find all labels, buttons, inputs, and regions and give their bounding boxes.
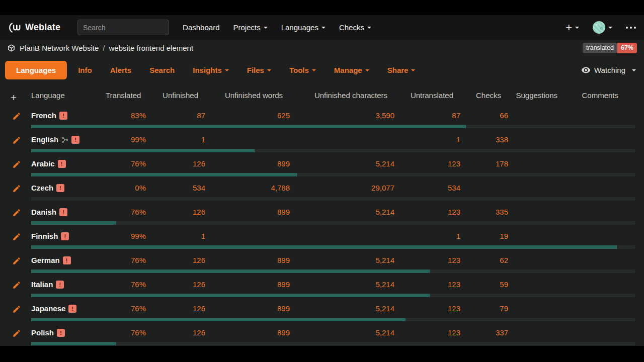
tab-info[interactable]: Info	[78, 66, 92, 74]
cell-unfinished-words: 899	[205, 303, 290, 314]
edit-pencil-icon[interactable]	[12, 184, 21, 195]
tab-bar: LanguagesInfoAlertsSearchInsightsFilesTo…	[0, 56, 644, 79]
progress-bar	[31, 294, 635, 297]
eye-icon	[581, 65, 591, 75]
cell-unfinished-words: 625	[205, 110, 290, 121]
table-row[interactable]: Italian!76%1268995,21412359	[0, 275, 644, 299]
cell-unfinished: 87	[146, 110, 205, 121]
table-row[interactable]: Czech!0%5344,78829,077534	[0, 178, 644, 203]
language-link[interactable]: Danish	[31, 207, 56, 218]
table-row[interactable]: Polish!76%1268995,214123337	[0, 323, 644, 346]
language-cell: German!	[31, 255, 106, 266]
translated-badge: translated67%	[583, 43, 637, 53]
cell-unfinished-words: 899	[205, 327, 290, 338]
column-header-suggestions: Suggestions	[508, 91, 565, 100]
nav-dashboard[interactable]: Dashboard	[183, 23, 219, 32]
cell-checks: 19	[460, 231, 508, 242]
language-link[interactable]: Polish	[31, 327, 54, 338]
table-row[interactable]: Danish!76%1268995,214123335	[0, 203, 644, 227]
cell-unfinished: 126	[146, 303, 205, 314]
language-link[interactable]: German	[31, 255, 60, 266]
nav-checks[interactable]: Checks	[339, 23, 371, 32]
chevron-down-icon	[608, 27, 612, 29]
language-link[interactable]: Finnish	[31, 231, 58, 242]
alert-badge[interactable]: !	[68, 305, 76, 313]
cell-unfinished: 126	[146, 327, 205, 338]
cell-unfinished-characters	[290, 134, 394, 145]
alert-badge[interactable]: !	[58, 160, 66, 168]
user-menu-button[interactable]	[593, 21, 612, 34]
cell-comments	[565, 158, 625, 169]
cell-comments	[565, 327, 625, 338]
cell-unfinished-characters: 5,214	[290, 255, 394, 266]
cell-translated: 76%	[106, 255, 146, 266]
edit-pencil-icon[interactable]	[12, 112, 21, 123]
cell-unfinished-characters: 3,590	[290, 110, 394, 121]
cell-unfinished-characters: 5,214	[290, 303, 394, 314]
edit-pencil-icon[interactable]	[12, 208, 21, 219]
weblate-home-link[interactable]: Weblate	[8, 22, 60, 34]
language-link[interactable]: Italian	[31, 279, 53, 290]
table-row[interactable]: Arabic!76%1268995,214123178	[0, 154, 644, 178]
nav-languages[interactable]: Languages	[281, 23, 326, 32]
language-link[interactable]: Arabic	[31, 158, 55, 169]
tab-insights[interactable]: Insights	[193, 66, 229, 74]
table-row[interactable]: German!76%1268995,21412362	[0, 251, 644, 275]
edit-pencil-icon[interactable]	[12, 160, 21, 171]
language-cell: Polish!	[31, 327, 106, 338]
cell-translated: 0%	[106, 183, 146, 194]
add-menu-button[interactable]: +	[566, 22, 579, 33]
edit-pencil-icon[interactable]	[12, 281, 21, 292]
cell-checks: 59	[460, 279, 508, 290]
table-row[interactable]: English!99%11338	[0, 130, 644, 154]
alert-badge[interactable]: !	[63, 256, 71, 264]
cell-comments	[565, 303, 625, 314]
chevron-down-icon	[321, 27, 326, 29]
add-language-button[interactable]: +	[11, 91, 17, 104]
project-icon	[7, 44, 16, 52]
more-menu-button[interactable]	[626, 27, 636, 29]
tab-manage[interactable]: Manage	[334, 66, 369, 74]
edit-pencil-icon[interactable]	[12, 305, 21, 316]
table-row[interactable]: French!83%876253,5908766	[0, 106, 644, 130]
edit-pencil-icon[interactable]	[12, 329, 21, 340]
language-link[interactable]: Japanese	[31, 303, 65, 314]
breadcrumb-project[interactable]: PlanB Network Website	[20, 44, 99, 52]
tab-search[interactable]: Search	[149, 66, 175, 74]
progress-bar-fill	[31, 269, 430, 273]
column-header-translated: Translated	[106, 91, 146, 100]
language-link[interactable]: French	[31, 110, 56, 121]
alert-badge[interactable]: !	[61, 232, 69, 240]
alert-badge[interactable]: !	[56, 184, 64, 192]
source-language-icon	[61, 136, 68, 143]
table-row[interactable]: Japanese!76%1268995,21412379	[0, 299, 644, 323]
tab-tools[interactable]: Tools	[289, 66, 316, 74]
cell-unfinished: 126	[146, 158, 205, 169]
screen: Weblate Dashboard Projects Languages Che…	[0, 0, 644, 362]
edit-pencil-icon[interactable]	[12, 136, 21, 147]
language-link[interactable]: Czech	[31, 183, 53, 194]
nav-projects[interactable]: Projects	[233, 23, 267, 32]
breadcrumb-component[interactable]: website frontend element	[109, 44, 193, 52]
edit-pencil-icon[interactable]	[12, 256, 21, 267]
alert-badge[interactable]: !	[59, 208, 67, 216]
alert-badge[interactable]: !	[59, 112, 67, 120]
cell-untranslated: 87	[394, 110, 460, 121]
language-cell: Arabic!	[31, 158, 106, 169]
tab-share[interactable]: Share	[387, 66, 416, 74]
tab-files[interactable]: Files	[247, 66, 271, 74]
tab-alerts[interactable]: Alerts	[110, 66, 132, 74]
edit-pencil-icon[interactable]	[12, 232, 21, 243]
language-link[interactable]: English	[31, 134, 58, 145]
alert-badge[interactable]: !	[56, 281, 64, 289]
tab-languages[interactable]: Languages	[5, 61, 67, 79]
cell-translated: 83%	[106, 110, 146, 121]
progress-bar-fill	[31, 125, 466, 128]
column-header-untranslated: Untranslated	[394, 91, 460, 100]
alert-badge[interactable]: !	[71, 136, 79, 144]
translated-badge-value: 67%	[617, 43, 637, 53]
search-input[interactable]	[77, 20, 169, 35]
watching-menu[interactable]: Watching	[581, 65, 636, 75]
alert-badge[interactable]: !	[57, 329, 65, 337]
table-row[interactable]: Finnish!99%1119	[0, 227, 644, 251]
